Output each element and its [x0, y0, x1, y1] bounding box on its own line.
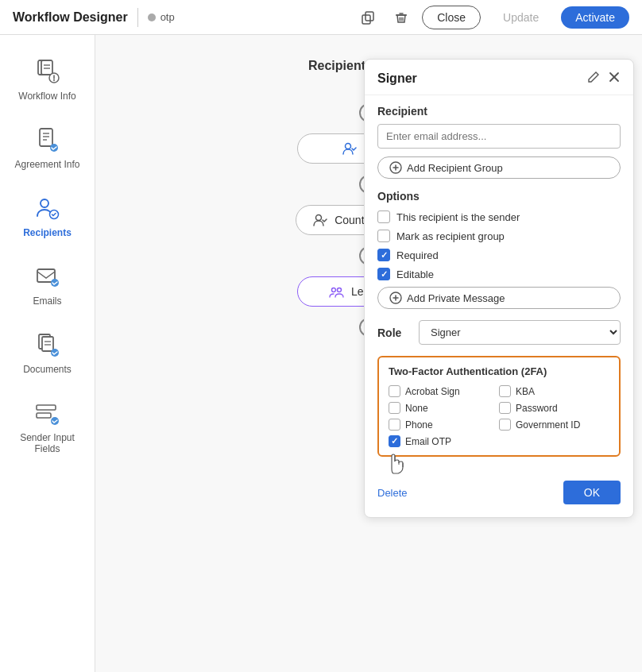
checkbox-editable[interactable]: ✓	[377, 268, 390, 280]
twofa-label-email-otp: Email OTP	[405, 436, 451, 447]
status-dot	[148, 14, 156, 21]
ok-button[interactable]: OK	[563, 481, 621, 504]
trash-icon-btn[interactable]	[389, 5, 414, 30]
twofa-option-kba: KBA	[499, 385, 609, 397]
svg-rect-24	[37, 413, 51, 418]
sidebar-item-emails[interactable]: Emails	[8, 253, 87, 315]
svg-point-29	[337, 288, 341, 292]
panel-body: Recipient Add Recipient Group Options	[365, 95, 633, 477]
twofa-option-phone: Phone	[389, 419, 499, 431]
copy-icon-btn[interactable]	[355, 5, 381, 30]
sidebar-item-recipients-label: Recipients	[23, 227, 72, 238]
sidebar-item-workflow-info-label: Workflow Info	[18, 91, 75, 102]
twofa-label-government-id: Government ID	[516, 419, 580, 431]
update-button[interactable]: Update	[489, 6, 553, 29]
role-select[interactable]: Signer Approver Form Filler Certified Re…	[419, 320, 621, 345]
topbar: Workflow Designer otp Close Update Activ…	[0, 0, 642, 35]
option-required-label: Required	[396, 249, 439, 261]
documents-icon	[32, 329, 64, 361]
topbar-divider	[137, 8, 138, 27]
svg-rect-3	[41, 60, 52, 75]
twofa-option-email-otp: ✓ Email OTP	[389, 435, 499, 447]
add-private-message-btn[interactable]: Add Private Message	[377, 287, 621, 309]
panel-header-actions	[587, 71, 621, 87]
topbar-icons: Close Update Activate	[355, 5, 629, 30]
twofa-checkbox-password[interactable]	[499, 402, 511, 414]
twofa-checkbox-government-id[interactable]	[499, 419, 511, 431]
twofa-option-none: None	[389, 402, 499, 414]
sidebar-item-sender-input-label: Sender Input Fields	[14, 432, 81, 454]
twofa-checkbox-phone[interactable]	[389, 419, 400, 431]
topbar-status: otp	[148, 11, 175, 23]
emails-icon	[32, 261, 64, 292]
status-text: otp	[160, 11, 175, 23]
twofa-section: Two-Factor Authentication (2FA) Acrobat …	[377, 356, 621, 457]
add-recipient-group-label: Add Recipient Group	[407, 162, 503, 174]
twofa-checkbox-acrobat-sign[interactable]	[389, 385, 400, 397]
sidebar-item-documents[interactable]: Documents	[8, 321, 87, 383]
option-row-editable: ✓ Editable	[377, 268, 621, 280]
add-private-message-label: Add Private Message	[407, 292, 505, 304]
twofa-label-acrobat-sign: Acrobat Sign	[405, 386, 460, 397]
close-panel-btn[interactable]	[608, 71, 621, 87]
delete-button[interactable]: Delete	[377, 487, 408, 499]
recipients-icon	[32, 192, 64, 224]
option-sender-label: This recipient is the sender	[396, 211, 520, 223]
svg-point-26	[345, 144, 350, 149]
twofa-title: Two-Factor Authentication (2FA)	[389, 365, 609, 377]
twofa-checkbox-email-otp[interactable]: ✓	[389, 435, 400, 447]
edit-icon-btn[interactable]	[587, 71, 600, 87]
svg-rect-23	[37, 405, 56, 410]
sidebar-item-workflow-info[interactable]: Workflow Info	[8, 48, 87, 110]
panel-footer: Delete OK	[365, 481, 633, 504]
sidebar-item-agreement-info-label: Agreement Info	[14, 159, 79, 170]
svg-point-27	[316, 215, 322, 221]
panel-title: Signer	[377, 71, 417, 86]
twofa-option-government-id: Government ID	[499, 419, 609, 431]
checkbox-required[interactable]: ✓	[377, 249, 390, 261]
twofa-checkbox-kba[interactable]	[499, 385, 511, 397]
twofa-checkbox-none[interactable]	[389, 402, 400, 414]
twofa-label-phone: Phone	[405, 419, 433, 431]
twofa-option-acrobat-sign: Acrobat Sign	[389, 385, 499, 397]
sidebar: Workflow Info Agreement Info	[0, 35, 95, 672]
twofa-grid: Acrobat Sign KBA None	[389, 385, 609, 447]
layout: Workflow Info Agreement Info	[0, 35, 642, 672]
signer-panel: Signer R	[364, 59, 634, 518]
twofa-option-password: Password	[499, 402, 609, 414]
activate-button[interactable]: Activate	[561, 6, 629, 29]
twofa-label-kba: KBA	[516, 386, 535, 397]
workflow-info-icon	[32, 56, 64, 87]
app-title: Workflow Designer	[13, 10, 128, 25]
option-row-mark-group: Mark as recipient group	[377, 230, 621, 242]
svg-rect-0	[362, 15, 370, 24]
role-label: Role	[377, 326, 409, 339]
option-mark-group-label: Mark as recipient group	[396, 230, 505, 242]
svg-point-14	[41, 199, 48, 207]
role-row: Role Signer Approver Form Filler Certifi…	[377, 320, 621, 345]
option-row-sender: This recipient is the sender	[377, 210, 621, 223]
twofa-label-none: None	[405, 403, 428, 414]
recipient-label: Recipient	[377, 105, 621, 118]
svg-rect-9	[40, 129, 52, 146]
options-label: Options	[377, 190, 621, 203]
sidebar-item-recipients[interactable]: Recipients	[8, 184, 87, 246]
main-content: Recipients Routing* +	[95, 35, 642, 672]
svg-rect-1	[365, 12, 373, 21]
svg-point-28	[331, 288, 335, 292]
checkbox-sender[interactable]	[377, 210, 390, 223]
agreement-info-icon	[32, 124, 64, 156]
panel-header: Signer	[365, 60, 633, 95]
sidebar-item-agreement-info[interactable]: Agreement Info	[8, 116, 87, 178]
add-recipient-group-btn[interactable]: Add Recipient Group	[377, 156, 621, 179]
close-button[interactable]: Close	[422, 6, 481, 29]
checkbox-mark-group[interactable]	[377, 230, 390, 242]
sidebar-item-documents-label: Documents	[23, 364, 72, 375]
twofa-label-password: Password	[516, 403, 558, 414]
sender-input-icon	[32, 397, 64, 429]
option-row-required: ✓ Required	[377, 249, 621, 261]
email-input[interactable]	[377, 124, 621, 149]
sidebar-item-sender-input[interactable]: Sender Input Fields	[8, 389, 87, 462]
sidebar-item-emails-label: Emails	[33, 295, 61, 307]
option-editable-label: Editable	[396, 268, 434, 280]
